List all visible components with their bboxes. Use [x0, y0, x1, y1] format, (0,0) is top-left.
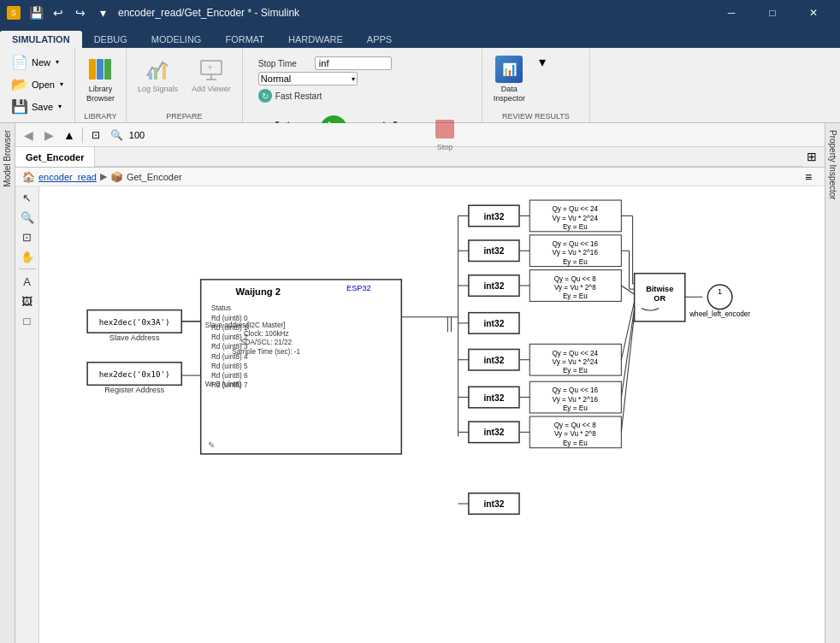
svg-text:+: +	[207, 62, 213, 74]
fit-tool[interactable]: ⊡	[18, 227, 37, 246]
svg-text:Clock: 100kHz: Clock: 100kHz	[244, 330, 289, 338]
svg-text:int32: int32	[484, 428, 505, 437]
svg-text:OR: OR	[654, 294, 665, 303]
svg-text:int32: int32	[484, 356, 505, 365]
annotation-tool[interactable]: A	[18, 272, 37, 291]
maximize-btn[interactable]: □	[753, 0, 792, 26]
svg-text:✎: ✎	[208, 440, 215, 450]
library-browser-label: LibraryBrowser	[86, 85, 115, 103]
svg-text:int32: int32	[484, 246, 505, 256]
library-browser-icon	[86, 56, 114, 83]
zoom-actual-btn[interactable]: 100	[127, 126, 146, 145]
svg-text:Slave address: Slave address	[205, 322, 250, 329]
canvas-area: ◀ ▶ ▲ ⊡ 🔍 100 Get_Encoder ⊞ 🏠 encoder_re…	[15, 123, 825, 643]
zoom-tool[interactable]: 🔍	[18, 208, 37, 227]
breadcrumb-arrow: ▶	[100, 171, 107, 182]
stop-time-label: Stop Time	[258, 59, 311, 68]
data-inspector-btn[interactable]: 📊 DataInspector	[488, 51, 531, 108]
window-controls: ─ □ ✕	[712, 0, 833, 26]
review-group-label: REVIEW RESULTS	[502, 112, 570, 122]
svg-text:Qy = Qu << 8: Qy = Qu << 8	[554, 422, 597, 429]
review-more-btn[interactable]: ▾	[533, 51, 584, 73]
breadcrumb: 🏠 encoder_read ▶ 📦 Get_Encoder ≡	[15, 168, 825, 186]
window-title: encoder_read/Get_Encoder * - Simulink	[118, 7, 299, 19]
log-signals-btn[interactable]: Log Signals	[132, 51, 184, 98]
image-tool[interactable]: 🖼	[18, 292, 37, 310]
open-btn[interactable]: 📂 Open ▾	[5, 74, 69, 95]
mode-select[interactable]: Normal ▾	[258, 72, 358, 86]
up-btn[interactable]: ▲	[60, 126, 79, 145]
zoom-fit-btn[interactable]: ⊡	[86, 126, 105, 145]
property-inspector-label[interactable]: Property Inspector	[828, 123, 837, 207]
svg-text:Ey = Eu: Ey = Eu	[563, 367, 588, 375]
library-group-label: LIBRARY	[84, 112, 116, 122]
svg-text:int32: int32	[484, 393, 505, 403]
tab-debug[interactable]: DEBUG	[82, 31, 139, 48]
tab-format[interactable]: FORMAT	[213, 31, 276, 48]
model-browser-label[interactable]: Model Browser	[3, 123, 12, 194]
minimize-btn[interactable]: ─	[712, 0, 751, 26]
diagram-canvas[interactable]: hex2dec('0x3A') Slave Address hex2dec('0…	[39, 186, 825, 643]
svg-text:Qy = Qu << 16: Qy = Qu << 16	[552, 387, 598, 395]
grid-btn[interactable]: ⊞	[802, 147, 821, 166]
new-btn[interactable]: 📄 New ▾	[5, 51, 69, 73]
svg-text:Ey = Eu: Ey = Eu	[563, 258, 588, 266]
svg-text:Ey = Eu: Ey = Eu	[563, 404, 588, 412]
close-btn[interactable]: ✕	[794, 0, 833, 26]
save-btn[interactable]: 💾 Save ▾	[5, 96, 69, 117]
svg-text:SDA/SCL: 21/22: SDA/SCL: 21/22	[240, 339, 292, 346]
fast-restart-label: Fast Restart	[275, 91, 322, 101]
back-btn[interactable]: ◀	[19, 126, 38, 145]
svg-rect-3	[149, 73, 152, 80]
toolbar-separator-1	[82, 127, 83, 143]
tab-hardware[interactable]: HARDWARE	[276, 31, 355, 48]
add-viewer-btn[interactable]: + Add Viewer	[186, 51, 237, 98]
svg-text:Vy = Vu * 2^8: Vy = Vu * 2^8	[554, 430, 596, 438]
home-icon: 🏠	[22, 171, 35, 183]
svg-text:Vy = Vu * 2^24: Vy = Vu * 2^24	[553, 215, 599, 222]
undo-btn[interactable]: ↩	[48, 3, 68, 23]
tool-separator	[19, 268, 36, 269]
svg-rect-0	[89, 59, 96, 80]
more-qa-btn[interactable]: ▾	[92, 3, 113, 23]
zoom-in-btn[interactable]: 🔍	[107, 126, 126, 145]
data-inspector-label: DataInspector	[494, 85, 525, 103]
svg-text:Qy = Qu << 24: Qy = Qu << 24	[552, 350, 598, 357]
tab-apps[interactable]: APPS	[355, 31, 404, 48]
svg-text:Bitwise: Bitwise	[646, 285, 673, 293]
svg-text:Vy = Vu * 2^16: Vy = Vu * 2^16	[553, 249, 599, 257]
svg-text:Qy = Qu << 24: Qy = Qu << 24	[552, 205, 598, 213]
ribbon-tabs: SIMULATION DEBUG MODELING FORMAT HARDWAR…	[0, 26, 840, 48]
svg-text:int32: int32	[484, 319, 505, 328]
svg-rect-1	[97, 59, 104, 80]
tab-simulation[interactable]: SIMULATION	[0, 31, 82, 48]
svg-text:Vy = Vu * 2^24: Vy = Vu * 2^24	[553, 358, 599, 366]
stop-btn[interactable]: Stop	[423, 111, 466, 156]
fast-restart-icon: ↻	[258, 89, 272, 103]
forward-btn[interactable]: ▶	[39, 126, 58, 145]
svg-text:Ey = Eu: Ey = Eu	[563, 223, 588, 231]
tab-modeling[interactable]: MODELING	[139, 31, 214, 48]
svg-line-99	[621, 286, 634, 294]
diagram-tab[interactable]: Get_Encoder	[15, 147, 95, 167]
slave-addr-label: Slave Address	[109, 333, 160, 342]
stop-label: Stop	[437, 143, 453, 151]
stop-time-input[interactable]	[315, 56, 392, 70]
hand-tool[interactable]: ✋	[18, 247, 37, 266]
svg-text:Vy = Vu * 2^16: Vy = Vu * 2^16	[553, 396, 599, 404]
svg-text:int32: int32	[484, 281, 505, 291]
stop-icon	[431, 115, 458, 143]
prepare-group: Log Signals + Add Viewer PREPARE	[127, 48, 243, 122]
library-group: LibraryBrowser LIBRARY	[75, 48, 127, 122]
diagram-tools: ↖ 🔍 ⊡ ✋ A 🖼 □	[15, 186, 39, 643]
breadcrumb-root[interactable]: encoder_read	[38, 172, 97, 182]
redo-btn[interactable]: ↪	[70, 3, 91, 23]
library-browser-btn[interactable]: LibraryBrowser	[80, 51, 121, 108]
breadcrumb-menu-btn[interactable]: ≡	[799, 168, 818, 186]
svg-text:Status: Status	[211, 304, 231, 312]
port-tool[interactable]: □	[18, 311, 37, 330]
select-tool[interactable]: ↖	[18, 188, 37, 207]
save-quick-btn[interactable]: 💾	[26, 3, 46, 23]
mode-chevron: ▾	[352, 75, 355, 83]
model-browser-sidebar: Model Browser	[0, 123, 15, 643]
